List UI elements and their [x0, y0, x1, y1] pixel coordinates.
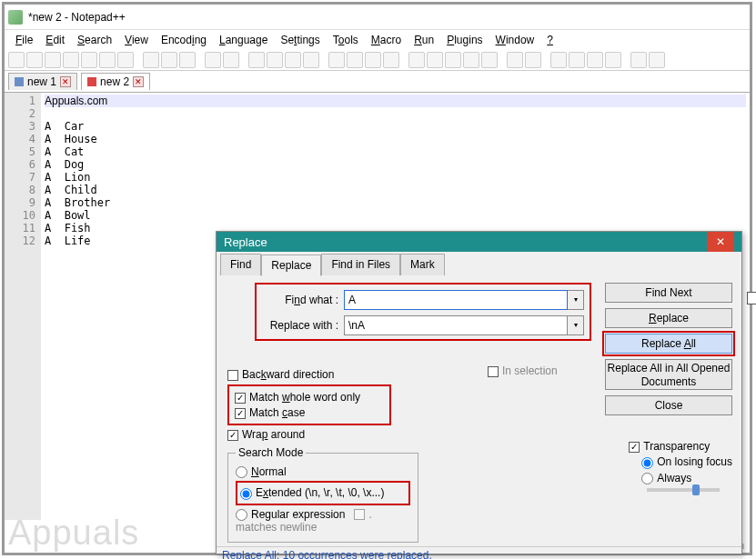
mode-normal[interactable]: Normal — [236, 465, 410, 478]
replace-label: Replace with : — [262, 319, 344, 332]
toolbar-button[interactable] — [161, 52, 177, 68]
dialog-tabs: Find Replace Find in Files Mark — [217, 252, 741, 275]
tab-find[interactable]: Find — [220, 254, 261, 275]
file-icon — [15, 77, 24, 86]
replace-all-open-button[interactable]: Replace All in All Opened Documents — [605, 359, 732, 390]
menu-plugins[interactable]: Plugins — [441, 32, 488, 48]
toolbar-button[interactable] — [427, 52, 443, 68]
in-selection-checkbox — [488, 366, 499, 377]
menu-bar: File Edit Search View Encoding Language … — [5, 30, 750, 50]
match-case-option: ✓Match case — [235, 406, 384, 419]
find-next-checkbox[interactable] — [747, 292, 756, 304]
menu-view[interactable]: View — [119, 32, 154, 48]
search-mode-legend: Search Mode — [236, 446, 306, 459]
transparency-losing[interactable]: On losing focus — [641, 455, 732, 468]
toolbar-button[interactable] — [445, 52, 461, 68]
dialog-close-button[interactable]: ✕ — [707, 232, 734, 252]
find-dropdown[interactable]: ▾ — [568, 290, 584, 310]
tab-close-icon[interactable]: ✕ — [60, 76, 71, 87]
toolbar-button[interactable] — [569, 52, 585, 68]
toolbar-button[interactable] — [347, 52, 363, 68]
mode-extended[interactable]: Extended (\n, \r, \t, \0, \x...) — [240, 486, 406, 499]
toolbar-button[interactable] — [365, 52, 381, 68]
find-next-button[interactable]: Find Next — [605, 283, 732, 303]
menu-help[interactable]: ? — [541, 32, 559, 48]
file-tab-new2[interactable]: new 2✕ — [81, 73, 150, 90]
toolbar-button[interactable] — [463, 52, 479, 68]
tab-mark[interactable]: Mark — [400, 254, 445, 275]
toolbar-button[interactable] — [303, 52, 319, 68]
transparency-slider[interactable] — [647, 488, 720, 492]
whole-word-option[interactable]: ✓Match whole word only — [235, 391, 384, 404]
transparency-always[interactable]: Always — [641, 472, 732, 484]
toolbar-button[interactable] — [26, 52, 43, 68]
toolbar — [5, 50, 750, 71]
toolbar-button[interactable] — [223, 52, 239, 68]
dialog-buttons: Find Next Replace Replace All Replace Al… — [605, 283, 732, 421]
app-icon — [8, 10, 23, 25]
toolbar-button[interactable] — [507, 52, 523, 68]
tab-label: new 1 — [27, 75, 56, 88]
menu-window[interactable]: Window — [490, 32, 540, 48]
toolbar-button[interactable] — [267, 52, 283, 68]
dialog-status: Replace All: 10 occurrences were replace… — [217, 546, 741, 559]
toolbar-button[interactable] — [605, 52, 621, 68]
toolbar-button[interactable] — [481, 52, 498, 68]
line-gutter: 123456789101112 — [5, 93, 41, 520]
toolbar-button[interactable] — [383, 52, 399, 68]
window-title: *new 2 - Notepad++ — [28, 11, 126, 24]
menu-settings[interactable]: Settings — [275, 32, 325, 48]
toolbar-button[interactable] — [117, 52, 134, 68]
menu-macro[interactable]: Macro — [366, 32, 407, 48]
menu-language[interactable]: Language — [214, 32, 273, 48]
toolbar-button[interactable] — [63, 52, 79, 68]
tab-close-icon[interactable]: ✕ — [133, 76, 144, 87]
tab-replace[interactable]: Replace — [261, 255, 321, 276]
dialog-title: Replace — [224, 235, 267, 249]
replace-input[interactable] — [344, 315, 568, 335]
find-input[interactable] — [344, 290, 568, 310]
toolbar-button[interactable] — [179, 52, 196, 68]
toolbar-button[interactable] — [205, 52, 221, 68]
toolbar-button[interactable] — [550, 52, 567, 68]
menu-run[interactable]: Run — [408, 32, 439, 48]
menu-file[interactable]: File — [10, 32, 38, 48]
replace-all-button[interactable]: Replace All — [605, 334, 732, 354]
menu-search[interactable]: Search — [72, 32, 117, 48]
tab-label: new 2 — [100, 75, 129, 88]
find-label: Find what : — [262, 294, 344, 306]
toolbar-button[interactable] — [248, 52, 265, 68]
menu-tools[interactable]: Tools — [328, 32, 364, 48]
replace-dropdown[interactable]: ▾ — [568, 315, 584, 335]
toolbar-button[interactable] — [630, 52, 647, 68]
toolbar-button[interactable] — [285, 52, 301, 68]
transparency-group: ✓Transparency On losing focus Always — [629, 437, 732, 492]
transparency-toggle[interactable]: ✓Transparency — [629, 440, 732, 453]
mode-regex[interactable]: Regular expression . matches newline — [236, 508, 410, 534]
file-tab-new1[interactable]: new 1✕ — [8, 73, 77, 90]
in-selection-option: In selection — [488, 364, 558, 377]
tab-find-in-files[interactable]: Find in Files — [321, 254, 400, 275]
toolbar-button[interactable] — [8, 52, 25, 68]
toolbar-button[interactable] — [525, 52, 541, 68]
toolbar-button[interactable] — [328, 52, 345, 68]
replace-dialog: Replace ✕ Find Replace Find in Files Mar… — [216, 231, 742, 554]
toolbar-button[interactable] — [81, 52, 97, 68]
toolbar-button[interactable] — [408, 52, 425, 68]
menu-encoding[interactable]: Encoding — [156, 32, 212, 48]
search-mode-group: Search Mode Normal Extended (\n, \r, \t,… — [227, 446, 418, 543]
toolbar-button[interactable] — [649, 52, 665, 68]
menu-edit[interactable]: Edit — [40, 32, 70, 48]
replace-button[interactable]: Replace — [605, 308, 732, 328]
dialog-title-bar[interactable]: Replace ✕ — [217, 232, 741, 252]
highlighted-inputs: Find what : ▾ Replace with : ▾ — [255, 283, 591, 341]
file-tabs: new 1✕ new 2✕ — [5, 71, 750, 93]
file-icon — [87, 77, 96, 86]
title-bar: *new 2 - Notepad++ — [5, 5, 750, 30]
toolbar-button[interactable] — [99, 52, 116, 68]
close-button[interactable]: Close — [605, 395, 732, 415]
toolbar-button[interactable] — [587, 52, 603, 68]
toolbar-button[interactable] — [143, 52, 159, 68]
toolbar-button[interactable] — [45, 52, 61, 68]
